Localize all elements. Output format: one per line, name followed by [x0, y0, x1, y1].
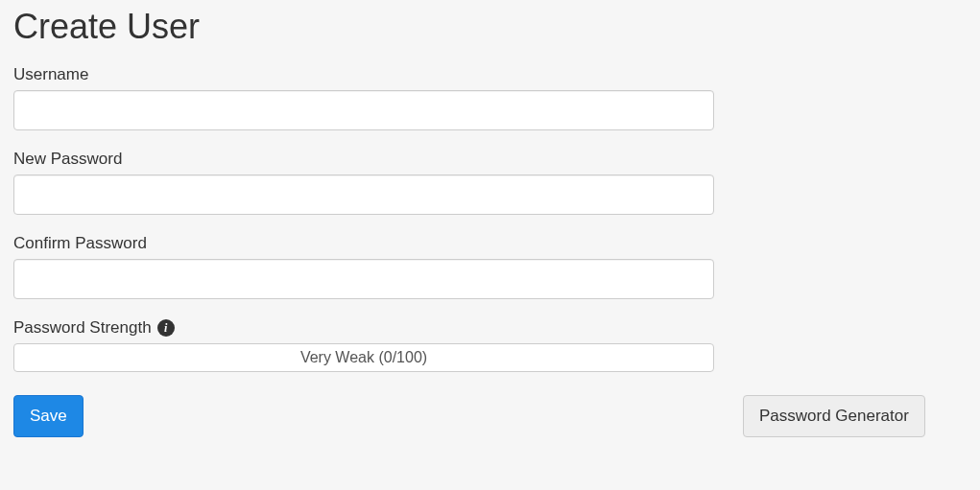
page-title: Create User: [13, 5, 967, 50]
username-group: Username: [13, 65, 714, 130]
username-input[interactable]: [13, 90, 714, 130]
password-strength-label: Password Strength: [13, 318, 152, 338]
new-password-group: New Password: [13, 150, 714, 215]
new-password-label: New Password: [13, 150, 714, 169]
confirm-password-label: Confirm Password: [13, 234, 714, 253]
username-label: Username: [13, 65, 714, 84]
confirm-password-group: Confirm Password: [13, 234, 714, 299]
confirm-password-input[interactable]: [13, 259, 714, 299]
password-strength-group: Password Strength i Very Weak (0/100): [13, 318, 714, 372]
password-strength-meter: Very Weak (0/100): [13, 343, 714, 372]
password-strength-text: Very Weak (0/100): [300, 349, 427, 366]
new-password-input[interactable]: [13, 175, 714, 215]
info-icon[interactable]: i: [157, 319, 175, 337]
save-button[interactable]: Save: [13, 395, 84, 437]
password-generator-button[interactable]: Password Generator: [743, 395, 925, 437]
